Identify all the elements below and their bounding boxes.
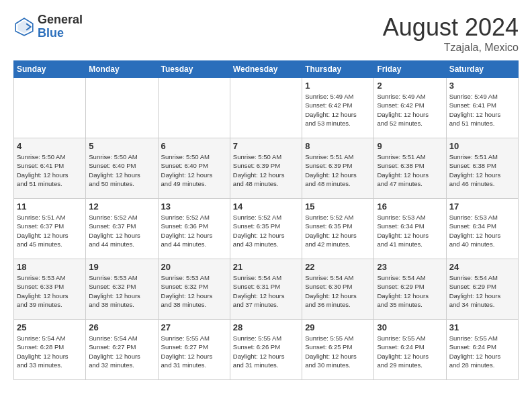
day-number: 9 xyxy=(377,141,443,151)
calendar-day-cell: 7Sunrise: 5:50 AM Sunset: 6:39 PM Daylig… xyxy=(230,138,302,199)
day-number: 25 xyxy=(17,322,83,332)
day-number: 3 xyxy=(449,81,515,91)
calendar-day-cell: 8Sunrise: 5:51 AM Sunset: 6:39 PM Daylig… xyxy=(302,138,374,199)
month-year-title: August 2024 xyxy=(383,13,519,42)
calendar-day-cell: 30Sunrise: 5:55 AM Sunset: 6:24 PM Dayli… xyxy=(374,320,446,380)
title-block: August 2024 Tzajala, Mexico xyxy=(383,13,519,54)
logo[interactable]: General Blue xyxy=(13,13,83,40)
day-number: 6 xyxy=(161,141,227,151)
day-number: 5 xyxy=(89,141,154,151)
calendar-day-cell xyxy=(158,78,230,138)
day-info: Sunrise: 5:54 AM Sunset: 6:28 PM Dayligh… xyxy=(17,334,83,369)
day-info: Sunrise: 5:49 AM Sunset: 6:42 PM Dayligh… xyxy=(377,92,443,128)
day-info: Sunrise: 5:55 AM Sunset: 6:24 PM Dayligh… xyxy=(377,334,443,369)
calendar-day-cell: 18Sunrise: 5:53 AM Sunset: 6:33 PM Dayli… xyxy=(14,259,86,320)
day-info: Sunrise: 5:50 AM Sunset: 6:41 PM Dayligh… xyxy=(17,152,83,188)
calendar-day-cell: 31Sunrise: 5:55 AM Sunset: 6:24 PM Dayli… xyxy=(446,320,518,380)
calendar-day-cell: 4Sunrise: 5:50 AM Sunset: 6:41 PM Daylig… xyxy=(14,138,86,199)
calendar-day-cell: 23Sunrise: 5:54 AM Sunset: 6:29 PM Dayli… xyxy=(374,259,446,320)
day-number: 20 xyxy=(161,262,227,272)
logo-blue-text: Blue xyxy=(38,27,83,40)
calendar-day-cell: 2Sunrise: 5:49 AM Sunset: 6:42 PM Daylig… xyxy=(374,78,446,138)
day-info: Sunrise: 5:50 AM Sunset: 6:40 PM Dayligh… xyxy=(161,152,227,188)
logo-text: General Blue xyxy=(38,13,83,40)
day-info: Sunrise: 5:55 AM Sunset: 6:27 PM Dayligh… xyxy=(161,334,227,369)
calendar-day-cell: 21Sunrise: 5:54 AM Sunset: 6:31 PM Dayli… xyxy=(230,259,302,320)
day-info: Sunrise: 5:49 AM Sunset: 6:42 PM Dayligh… xyxy=(305,92,371,128)
day-number: 14 xyxy=(233,201,299,212)
day-info: Sunrise: 5:52 AM Sunset: 6:35 PM Dayligh… xyxy=(233,213,299,248)
day-info: Sunrise: 5:54 AM Sunset: 6:29 PM Dayligh… xyxy=(377,273,443,309)
calendar-day-cell: 19Sunrise: 5:53 AM Sunset: 6:32 PM Dayli… xyxy=(86,259,158,320)
day-number: 26 xyxy=(89,322,154,332)
day-number: 18 xyxy=(17,262,83,272)
svg-marker-1 xyxy=(17,20,30,33)
day-header-monday: Monday xyxy=(86,61,158,78)
logo-icon xyxy=(13,16,35,38)
day-number: 31 xyxy=(449,322,515,332)
day-info: Sunrise: 5:52 AM Sunset: 6:37 PM Dayligh… xyxy=(89,213,154,248)
day-number: 16 xyxy=(377,201,443,212)
day-number: 17 xyxy=(449,201,515,212)
day-info: Sunrise: 5:51 AM Sunset: 6:38 PM Dayligh… xyxy=(377,152,443,188)
calendar-week-row: 18Sunrise: 5:53 AM Sunset: 6:33 PM Dayli… xyxy=(14,259,519,320)
day-info: Sunrise: 5:54 AM Sunset: 6:31 PM Dayligh… xyxy=(233,273,299,309)
day-header-wednesday: Wednesday xyxy=(230,61,302,78)
calendar-day-cell: 29Sunrise: 5:55 AM Sunset: 6:25 PM Dayli… xyxy=(302,320,374,380)
day-header-saturday: Saturday xyxy=(446,61,518,78)
day-info: Sunrise: 5:54 AM Sunset: 6:27 PM Dayligh… xyxy=(89,334,154,369)
day-number: 23 xyxy=(377,262,443,272)
day-info: Sunrise: 5:51 AM Sunset: 6:39 PM Dayligh… xyxy=(305,152,371,188)
day-number: 2 xyxy=(377,81,443,91)
day-info: Sunrise: 5:49 AM Sunset: 6:41 PM Dayligh… xyxy=(449,92,515,128)
calendar-day-cell: 11Sunrise: 5:51 AM Sunset: 6:37 PM Dayli… xyxy=(14,199,86,259)
day-info: Sunrise: 5:51 AM Sunset: 6:37 PM Dayligh… xyxy=(17,213,83,248)
calendar-week-row: 11Sunrise: 5:51 AM Sunset: 6:37 PM Dayli… xyxy=(14,199,519,259)
day-number: 28 xyxy=(233,322,299,332)
day-number: 27 xyxy=(161,322,227,332)
day-number: 21 xyxy=(233,262,299,272)
calendar-table: SundayMondayTuesdayWednesdayThursdayFrid… xyxy=(13,60,519,380)
day-number: 1 xyxy=(305,81,371,91)
page-header: General Blue August 2024 Tzajala, Mexico xyxy=(13,13,519,54)
calendar-day-cell: 25Sunrise: 5:54 AM Sunset: 6:28 PM Dayli… xyxy=(14,320,86,380)
day-number: 11 xyxy=(17,201,83,212)
day-number: 12 xyxy=(89,201,154,212)
day-info: Sunrise: 5:54 AM Sunset: 6:29 PM Dayligh… xyxy=(449,273,515,309)
calendar-day-cell: 26Sunrise: 5:54 AM Sunset: 6:27 PM Dayli… xyxy=(86,320,158,380)
calendar-day-cell xyxy=(86,78,158,138)
calendar-day-cell: 20Sunrise: 5:53 AM Sunset: 6:32 PM Dayli… xyxy=(158,259,230,320)
day-info: Sunrise: 5:53 AM Sunset: 6:32 PM Dayligh… xyxy=(89,273,154,309)
day-info: Sunrise: 5:55 AM Sunset: 6:26 PM Dayligh… xyxy=(233,334,299,369)
calendar-week-row: 4Sunrise: 5:50 AM Sunset: 6:41 PM Daylig… xyxy=(14,138,519,199)
day-number: 22 xyxy=(305,262,371,272)
day-header-sunday: Sunday xyxy=(14,61,86,78)
calendar-day-cell: 3Sunrise: 5:49 AM Sunset: 6:41 PM Daylig… xyxy=(446,78,518,138)
day-info: Sunrise: 5:52 AM Sunset: 6:36 PM Dayligh… xyxy=(161,213,227,248)
day-info: Sunrise: 5:55 AM Sunset: 6:24 PM Dayligh… xyxy=(449,334,515,369)
calendar-day-cell: 1Sunrise: 5:49 AM Sunset: 6:42 PM Daylig… xyxy=(302,78,374,138)
day-info: Sunrise: 5:53 AM Sunset: 6:32 PM Dayligh… xyxy=(161,273,227,309)
day-header-thursday: Thursday xyxy=(302,61,374,78)
calendar-day-cell xyxy=(14,78,86,138)
day-info: Sunrise: 5:53 AM Sunset: 6:34 PM Dayligh… xyxy=(377,213,443,248)
day-number: 15 xyxy=(305,201,371,212)
day-number: 4 xyxy=(17,141,83,151)
calendar-day-cell: 17Sunrise: 5:53 AM Sunset: 6:34 PM Dayli… xyxy=(446,199,518,259)
calendar-day-cell xyxy=(230,78,302,138)
day-number: 29 xyxy=(305,322,371,332)
day-number: 30 xyxy=(377,322,443,332)
calendar-week-row: 25Sunrise: 5:54 AM Sunset: 6:28 PM Dayli… xyxy=(14,320,519,380)
calendar-day-cell: 9Sunrise: 5:51 AM Sunset: 6:38 PM Daylig… xyxy=(374,138,446,199)
day-info: Sunrise: 5:53 AM Sunset: 6:33 PM Dayligh… xyxy=(17,273,83,309)
day-info: Sunrise: 5:55 AM Sunset: 6:25 PM Dayligh… xyxy=(305,334,371,369)
logo-general-text: General xyxy=(38,13,83,27)
calendar-week-row: 1Sunrise: 5:49 AM Sunset: 6:42 PM Daylig… xyxy=(14,78,519,138)
day-number: 10 xyxy=(449,141,515,151)
calendar-day-cell: 27Sunrise: 5:55 AM Sunset: 6:27 PM Dayli… xyxy=(158,320,230,380)
calendar-day-cell: 10Sunrise: 5:51 AM Sunset: 6:38 PM Dayli… xyxy=(446,138,518,199)
day-info: Sunrise: 5:51 AM Sunset: 6:38 PM Dayligh… xyxy=(449,152,515,188)
calendar-day-cell: 16Sunrise: 5:53 AM Sunset: 6:34 PM Dayli… xyxy=(374,199,446,259)
location-subtitle: Tzajala, Mexico xyxy=(383,42,519,54)
day-header-friday: Friday xyxy=(374,61,446,78)
